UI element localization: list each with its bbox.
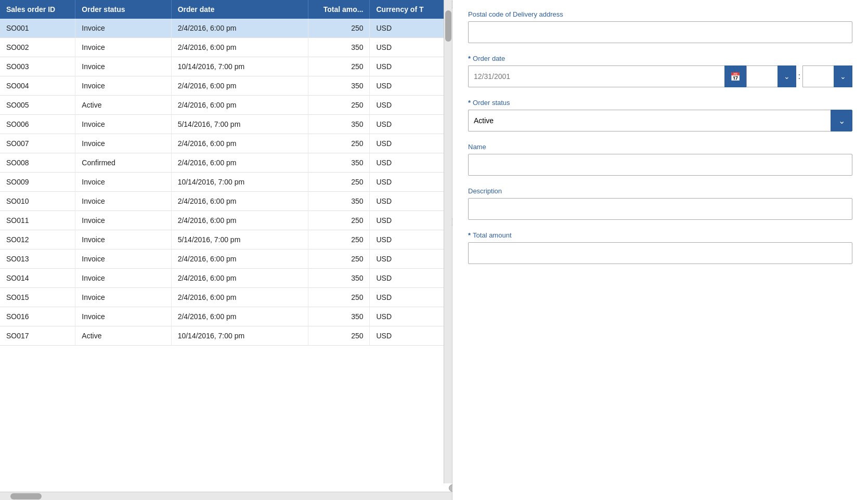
order-status-chevron-button[interactable]: ⌄ bbox=[831, 110, 852, 131]
vertical-scrollbar[interactable] bbox=[444, 0, 452, 483]
order-date-label: * Order date bbox=[468, 55, 852, 62]
cell-date: 5/14/2016, 7:00 pm bbox=[171, 230, 308, 249]
col-header-currency[interactable]: Currency of T bbox=[370, 0, 452, 19]
table-row[interactable]: SO016Invoice2/4/2016, 6:00 pm350USD bbox=[0, 307, 452, 326]
cell-amount: 350 bbox=[308, 38, 370, 57]
cell-id: SO003 bbox=[0, 57, 75, 76]
name-input[interactable] bbox=[468, 154, 852, 176]
cell-id: SO011 bbox=[0, 211, 75, 230]
date-input-wrap bbox=[468, 65, 724, 87]
order-status-select-wrap: Active Invoice Confirmed ⌄ bbox=[468, 110, 852, 131]
hour-input[interactable]: 00 bbox=[746, 65, 778, 87]
cell-status: Invoice bbox=[75, 38, 171, 57]
hour-chevron-button[interactable]: ⌄ bbox=[778, 65, 796, 87]
table-row[interactable]: SO008Confirmed2/4/2016, 6:00 pm350USD bbox=[0, 153, 452, 173]
cell-status: Invoice bbox=[75, 307, 171, 326]
cell-date: 2/4/2016, 6:00 pm bbox=[171, 153, 308, 173]
col-header-status[interactable]: Order status bbox=[75, 0, 171, 19]
cell-status: Confirmed bbox=[75, 153, 171, 173]
total-amount-input[interactable] bbox=[468, 242, 852, 264]
scrollbar-thumb-h[interactable] bbox=[10, 493, 42, 499]
horizontal-scrollbar[interactable] bbox=[0, 492, 452, 500]
col-header-amount[interactable]: Total amo... bbox=[308, 0, 370, 19]
table-row[interactable]: SO006Invoice5/14/2016, 7:00 pm350USD bbox=[0, 115, 452, 134]
table-row[interactable]: SO017Active10/14/2016, 7:00 pm250USD bbox=[0, 326, 452, 346]
minute-chevron-button[interactable]: ⌄ bbox=[834, 65, 852, 87]
cell-id: SO005 bbox=[0, 96, 75, 115]
table-row[interactable]: SO011Invoice2/4/2016, 6:00 pm250USD bbox=[0, 211, 452, 230]
cell-status: Invoice bbox=[75, 134, 171, 153]
total-amount-field: * Total amount bbox=[468, 231, 852, 264]
table-header-row: Sales order ID Order status Order date T… bbox=[0, 0, 452, 19]
cell-amount: 250 bbox=[308, 57, 370, 76]
cell-currency: USD bbox=[370, 115, 452, 134]
cell-id: SO009 bbox=[0, 173, 75, 192]
scrollbar-thumb-v[interactable] bbox=[445, 10, 451, 42]
col-header-id[interactable]: Sales order ID bbox=[0, 0, 75, 19]
table-row[interactable]: SO003Invoice10/14/2016, 7:00 pm250USD bbox=[0, 57, 452, 76]
name-label: Name bbox=[468, 143, 852, 151]
order-date-input[interactable] bbox=[468, 65, 724, 87]
cell-date: 2/4/2016, 6:00 pm bbox=[171, 96, 308, 115]
cell-currency: USD bbox=[370, 192, 452, 211]
table-row[interactable]: SO012Invoice5/14/2016, 7:00 pm250USD bbox=[0, 230, 452, 249]
cell-status: Active bbox=[75, 96, 171, 115]
cell-id: SO006 bbox=[0, 115, 75, 134]
cell-status: Invoice bbox=[75, 288, 171, 307]
cell-currency: USD bbox=[370, 38, 452, 57]
cell-id: SO015 bbox=[0, 288, 75, 307]
table-row[interactable]: SO007Invoice2/4/2016, 6:00 pm250USD bbox=[0, 134, 452, 153]
postal-code-field: Postal code of Delivery address bbox=[468, 10, 852, 43]
cell-date: 2/4/2016, 6:00 pm bbox=[171, 249, 308, 269]
table-row[interactable]: SO004Invoice2/4/2016, 6:00 pm350USD bbox=[0, 76, 452, 96]
cell-amount: 350 bbox=[308, 115, 370, 134]
table-row[interactable]: SO013Invoice2/4/2016, 6:00 pm250USD bbox=[0, 249, 452, 269]
order-status-select[interactable]: Active Invoice Confirmed bbox=[468, 110, 831, 131]
table-wrapper[interactable]: Sales order ID Order status Order date T… bbox=[0, 0, 452, 492]
order-date-field: * Order date 📅 00 ⌄ : 00 ⌄ bbox=[468, 55, 852, 87]
cell-status: Invoice bbox=[75, 19, 171, 38]
cell-status: Invoice bbox=[75, 230, 171, 249]
col-header-date[interactable]: Order date bbox=[171, 0, 308, 19]
table-row[interactable]: SO001Invoice2/4/2016, 6:00 pm250USD bbox=[0, 19, 452, 38]
description-field: Description bbox=[468, 187, 852, 220]
table-row[interactable]: SO014Invoice2/4/2016, 6:00 pm350USD bbox=[0, 269, 452, 288]
cell-date: 5/14/2016, 7:00 pm bbox=[171, 115, 308, 134]
cell-currency: USD bbox=[370, 269, 452, 288]
order-status-label: * Order status bbox=[468, 99, 852, 107]
cell-date: 2/4/2016, 6:00 pm bbox=[171, 38, 308, 57]
cell-date: 2/4/2016, 6:00 pm bbox=[171, 288, 308, 307]
table-row[interactable]: SO005Active2/4/2016, 6:00 pm250USD bbox=[0, 96, 452, 115]
table-row[interactable]: SO010Invoice2/4/2016, 6:00 pm350USD bbox=[0, 192, 452, 211]
cell-amount: 250 bbox=[308, 96, 370, 115]
cell-amount: 250 bbox=[308, 211, 370, 230]
cell-date: 2/4/2016, 6:00 pm bbox=[171, 192, 308, 211]
cell-id: SO002 bbox=[0, 38, 75, 57]
calendar-button[interactable]: 📅 bbox=[724, 65, 746, 87]
cell-status: Invoice bbox=[75, 211, 171, 230]
main-container: Sales order ID Order status Order date T… bbox=[0, 0, 868, 500]
cell-amount: 350 bbox=[308, 76, 370, 96]
cell-currency: USD bbox=[370, 19, 452, 38]
cell-id: SO016 bbox=[0, 307, 75, 326]
table-row[interactable]: SO002Invoice2/4/2016, 6:00 pm350USD bbox=[0, 38, 452, 57]
cell-currency: USD bbox=[370, 249, 452, 269]
cell-currency: USD bbox=[370, 326, 452, 346]
cell-id: SO001 bbox=[0, 19, 75, 38]
cell-id: SO013 bbox=[0, 249, 75, 269]
cell-currency: USD bbox=[370, 288, 452, 307]
minute-input[interactable]: 00 bbox=[802, 65, 834, 87]
cell-amount: 250 bbox=[308, 288, 370, 307]
table-row[interactable]: SO015Invoice2/4/2016, 6:00 pm250USD bbox=[0, 288, 452, 307]
cell-status: Invoice bbox=[75, 192, 171, 211]
table-row[interactable]: SO009Invoice10/14/2016, 7:00 pm250USD bbox=[0, 173, 452, 192]
postal-code-input[interactable] bbox=[468, 21, 852, 43]
form-panel: Postal code of Delivery address * Order … bbox=[452, 0, 868, 500]
date-row: 📅 00 ⌄ : 00 ⌄ bbox=[468, 65, 852, 87]
cell-id: SO007 bbox=[0, 134, 75, 153]
sales-order-table: Sales order ID Order status Order date T… bbox=[0, 0, 452, 346]
cell-date: 2/4/2016, 6:00 pm bbox=[171, 76, 308, 96]
cell-date: 2/4/2016, 6:00 pm bbox=[171, 19, 308, 38]
cell-id: SO012 bbox=[0, 230, 75, 249]
description-input[interactable] bbox=[468, 198, 852, 220]
